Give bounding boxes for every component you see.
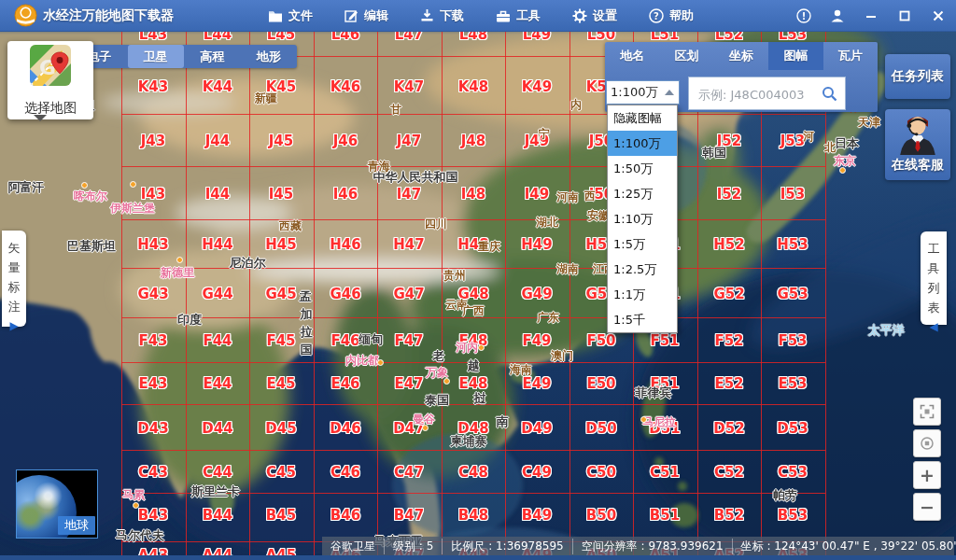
status-zoom-level: 级别 : 5: [384, 539, 442, 554]
menu-settings[interactable]: 设置: [556, 0, 633, 31]
user-icon[interactable]: [827, 6, 848, 26]
sheet-search-box: [688, 77, 846, 110]
chevron-up-icon: [665, 90, 674, 95]
scale-select[interactable]: 1:100万: [606, 80, 680, 105]
svg-text:?: ?: [654, 10, 659, 21]
menu-help-label: 帮助: [669, 7, 694, 24]
plus-icon: +: [920, 465, 935, 485]
chevron-down-icon: [34, 115, 47, 121]
menu-file-label: 文件: [288, 7, 313, 24]
menu-file[interactable]: 文件: [252, 0, 329, 31]
tab-tile[interactable]: 瓦片: [823, 42, 878, 70]
status-map-source: 谷歌卫星: [322, 539, 384, 554]
status-scale: 比例尺 : 1:36978595: [442, 539, 571, 554]
select-map-button[interactable]: G 选择地图: [7, 41, 93, 119]
menu-tools[interactable]: 工具: [480, 0, 556, 31]
earth-overview-thumbnail[interactable]: 地球: [16, 469, 98, 539]
collapse-left-icon: ◀: [929, 320, 937, 333]
close-button[interactable]: [928, 6, 949, 26]
status-coordinates: 坐标 : 124°43' 00.47" E , 39°22' 05.80" N: [732, 539, 956, 554]
help-icon: ?: [649, 8, 664, 23]
option-1-10k[interactable]: 1:1万: [608, 282, 677, 307]
menu-edit[interactable]: 编辑: [329, 0, 404, 31]
titlebar-controls: !: [794, 0, 949, 31]
download-icon: [420, 8, 434, 22]
menu-download-label: 下载: [440, 7, 464, 24]
option-hide-sheets[interactable]: 隐藏图幅: [608, 105, 677, 131]
scale-select-value: 1:100万: [607, 84, 665, 101]
zoom-in-button[interactable]: +: [913, 461, 941, 489]
option-1-50k[interactable]: 1:5万: [608, 231, 677, 257]
window-bottom-edge: [0, 555, 956, 560]
gear-icon: [572, 8, 587, 23]
tab-mapsheet[interactable]: 图幅: [768, 42, 822, 70]
sheet-panel-tabs: 地名 区划 坐标 图幅 瓦片: [605, 42, 878, 70]
title-bar: 水经注万能地图下载器 文件 编辑 下载 工具 设置: [0, 0, 956, 32]
select-map-label: 选择地图: [7, 100, 93, 117]
expand-right-icon: ▶: [9, 319, 18, 332]
menu-settings-label: 设置: [593, 7, 617, 24]
edit-icon: [344, 8, 358, 22]
online-service-label: 在线客服: [885, 157, 950, 174]
earth-label: 地球: [58, 516, 95, 535]
app-title: 水经注万能地图下载器: [43, 7, 174, 24]
full-extent-button[interactable]: [913, 398, 941, 426]
status-bar: 谷歌卫星 级别 : 5 比例尺 : 1:36978595 空间分辨率 : 978…: [322, 537, 954, 555]
menu-edit-label: 编辑: [364, 7, 388, 24]
full-extent-icon: [920, 404, 935, 419]
sheet-search-input[interactable]: [696, 83, 822, 105]
option-1-500k[interactable]: 1:50万: [608, 156, 677, 181]
folder-icon: [268, 9, 283, 22]
tab-satellite[interactable]: 卫星: [128, 45, 185, 68]
tool-list-tab[interactable]: 工 具 列 表 ◀: [921, 231, 947, 325]
tab-elevation[interactable]: 高程: [184, 45, 241, 68]
center-view-button[interactable]: [913, 429, 941, 457]
menu-download[interactable]: 下载: [404, 0, 480, 31]
svg-text:!: !: [802, 10, 807, 21]
scale-dropdown-list: 隐藏图幅 1:100万 1:50万 1:25万 1:10万 1:5万 1:2.5…: [607, 105, 678, 333]
map-viewport[interactable]: L43L44L45L46L47L48L49L50L51L52L53K43K44K…: [0, 31, 956, 560]
menu-tools-label: 工具: [516, 7, 541, 24]
vector-annotation-tab[interactable]: 矢 量 标 注 ▶: [2, 231, 26, 327]
tab-placename[interactable]: 地名: [605, 42, 659, 70]
tab-district[interactable]: 区划: [659, 42, 713, 70]
center-view-icon: [920, 436, 935, 451]
minus-icon: −: [920, 497, 935, 517]
toolbox-icon: [496, 9, 511, 22]
option-1-5k[interactable]: 1:5千: [608, 307, 677, 332]
sheet-search-panel: 地名 区划 坐标 图幅 瓦片 1:100万: [605, 42, 878, 112]
maximize-button[interactable]: [894, 6, 915, 26]
app-window: 水经注万能地图下载器 文件 编辑 下载 工具 设置: [0, 0, 956, 560]
minimize-button[interactable]: [861, 6, 881, 26]
customer-service-avatar: [896, 112, 939, 155]
zoom-out-button[interactable]: −: [913, 493, 941, 521]
option-1-100k[interactable]: 1:10万: [608, 206, 677, 231]
tab-terrain[interactable]: 地形: [241, 45, 298, 68]
option-1-1000k[interactable]: 1:100万: [608, 131, 677, 156]
tab-coordinate[interactable]: 坐标: [714, 42, 768, 70]
main-menu: 文件 编辑 下载 工具 设置 ? 帮助: [252, 0, 710, 31]
menu-help[interactable]: ? 帮助: [633, 0, 710, 31]
map-type-bar: 电子 卫星 高程 地形: [71, 45, 297, 68]
option-1-25k[interactable]: 1:2.5万: [608, 257, 677, 282]
task-list-button[interactable]: 任务列表: [885, 54, 950, 99]
search-icon[interactable]: [822, 86, 837, 102]
app-logo-icon: [14, 4, 37, 27]
option-1-250k[interactable]: 1:25万: [608, 181, 677, 206]
online-service-button[interactable]: 在线客服: [885, 109, 950, 180]
google-maps-icon: G: [30, 45, 71, 97]
status-resolution: 空间分辨率 : 9783.939621: [572, 539, 732, 554]
info-icon[interactable]: !: [794, 6, 814, 26]
